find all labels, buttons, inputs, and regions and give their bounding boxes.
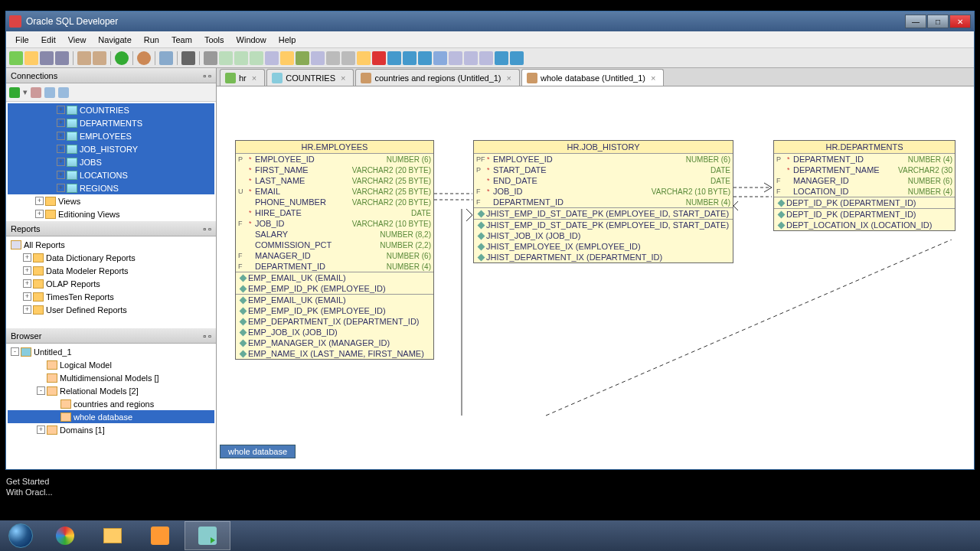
diagram-canvas[interactable]: HR.EMPLOYEESP*EMPLOYEE_IDNUMBER (6)*FIRS… [217, 86, 974, 469]
menu-file[interactable]: File [9, 34, 35, 46]
menu-tools[interactable]: Tools [198, 34, 230, 46]
connections-toolbar: ▾ [6, 83, 216, 102]
menu-help[interactable]: Help [273, 34, 302, 46]
debug-icon[interactable] [137, 51, 151, 65]
report-item[interactable]: +OLAP Reports [8, 277, 214, 290]
browser-root[interactable]: -Untitled_1 [8, 345, 214, 358]
menu-view[interactable]: View [62, 34, 93, 46]
report-item[interactable]: All Reports [8, 238, 214, 251]
toolbar [6, 48, 974, 68]
panel1-icon[interactable] [449, 51, 462, 65]
add-connection-icon[interactable] [9, 87, 20, 98]
tree-table-JOBS[interactable]: +JOBS [8, 155, 214, 168]
connections-header[interactable]: Connections▫ ▫ [6, 68, 216, 83]
sql-icon[interactable] [159, 51, 173, 65]
tree-table-REGIONS[interactable]: +REGIONS [8, 181, 214, 194]
view-icon[interactable] [250, 51, 263, 65]
close-icon[interactable]: × [341, 73, 345, 83]
reports-header[interactable]: Reports▫ ▫ [6, 221, 216, 236]
save-icon[interactable] [40, 51, 54, 65]
entity-employees[interactable]: HR.EMPLOYEESP*EMPLOYEE_IDNUMBER (6)*FIRS… [235, 140, 434, 360]
binoculars-icon[interactable] [181, 51, 195, 65]
fit-icon[interactable] [433, 51, 447, 65]
tab-COUNTRIES[interactable]: COUNTRIES× [266, 69, 354, 86]
undo-icon[interactable] [77, 51, 91, 65]
tree-table-EMPLOYEES[interactable]: +EMPLOYEES [8, 129, 214, 142]
delete-icon[interactable] [372, 51, 386, 65]
menu-navigate[interactable]: Navigate [92, 34, 137, 46]
tree-table-COUNTRIES[interactable]: +COUNTRIES [8, 103, 214, 116]
task-media[interactable] [137, 521, 183, 550]
new-icon[interactable] [9, 51, 23, 65]
tab-countries and regions (Untitled_1)[interactable]: countries and regions (Untitled_1)× [355, 69, 520, 86]
tree-table-LOCATIONS[interactable]: +LOCATIONS [8, 168, 214, 181]
zoom-in-icon[interactable] [418, 51, 432, 65]
zoom-out-icon[interactable] [403, 51, 416, 65]
back-arrow-icon[interactable] [495, 51, 508, 65]
arrow-icon[interactable] [296, 51, 309, 65]
menu-team[interactable]: Team [165, 34, 198, 46]
report-item[interactable]: +User Defined Reports [8, 303, 214, 316]
menubar: File Edit View Navigate Run Team Tools W… [6, 31, 974, 48]
browser-item[interactable]: +Domains [1] [8, 423, 214, 436]
redo-icon[interactable] [93, 51, 106, 65]
report-item[interactable]: +Data Modeler Reports [8, 264, 214, 277]
browser-header[interactable]: Browser▫ ▫ [6, 328, 216, 344]
filter-icon[interactable] [44, 87, 55, 98]
browser-item[interactable]: whole database [8, 410, 214, 423]
start-button[interactable] [0, 520, 41, 551]
browser-item[interactable]: countries and regions [8, 397, 214, 410]
rewind-icon[interactable] [387, 51, 401, 65]
entity-jobhistory[interactable]: HR.JOB_HISTORYPF*EMPLOYEE_IDNUMBER (6)P*… [473, 140, 733, 263]
save-all-icon[interactable] [55, 51, 69, 65]
panel3-icon[interactable] [479, 51, 493, 65]
forward-arrow-icon[interactable] [510, 51, 524, 65]
dup-icon[interactable] [31, 87, 41, 98]
browser-tree[interactable]: -Untitled_1Logical ModelMultidimensional… [6, 344, 216, 469]
menu-window[interactable]: Window [230, 34, 273, 46]
maximize-button[interactable]: □ [927, 15, 949, 28]
export-icon[interactable] [265, 51, 279, 65]
close-button[interactable]: ✕ [949, 15, 971, 28]
connections-tree[interactable]: +COUNTRIES+DEPARTMENTS+EMPLOYEES+JOB_HIS… [6, 102, 216, 221]
table-icon[interactable] [219, 51, 233, 65]
tree-folder-Views[interactable]: +Views [8, 194, 214, 207]
close-icon[interactable]: × [651, 73, 655, 83]
open-icon[interactable] [24, 51, 38, 65]
tree-table-DEPARTMENTS[interactable]: +DEPARTMENTS [8, 116, 214, 129]
app-window: Oracle SQL Developer — □ ✕ File Edit Vie… [5, 11, 975, 470]
menu-run[interactable]: Run [138, 34, 165, 46]
report-item[interactable]: +TimesTen Reports [8, 290, 214, 303]
task-sqldev[interactable] [185, 521, 230, 550]
task-chrome[interactable] [42, 521, 88, 550]
grid-icon[interactable] [234, 51, 248, 65]
browser-item[interactable]: Multidimensional Models [] [8, 371, 214, 384]
tree-folder-Editioning Views[interactable]: +Editioning Views [8, 207, 214, 220]
tool3-icon[interactable] [341, 51, 355, 65]
minimize-button[interactable]: — [905, 15, 926, 28]
tab-whole database (Untitled_1)[interactable]: whole database (Untitled_1)× [521, 69, 664, 86]
folder-icon[interactable] [357, 51, 371, 65]
browser-item[interactable]: Logical Model [8, 358, 214, 371]
diagram-tab[interactable]: whole database [220, 445, 296, 458]
titlebar[interactable]: Oracle SQL Developer — □ ✕ [6, 11, 974, 31]
taskbar[interactable] [0, 520, 980, 551]
tab-hr[interactable]: hr× [220, 69, 265, 86]
refresh-conn-icon[interactable] [58, 87, 69, 98]
tree-table-JOB_HISTORY[interactable]: +JOB_HISTORY [8, 142, 214, 155]
task-explorer[interactable] [90, 521, 136, 550]
report-item[interactable]: +Data Dictionary Reports [8, 251, 214, 264]
close-icon[interactable]: × [507, 73, 511, 83]
close-icon[interactable]: × [252, 73, 256, 83]
commit-icon[interactable] [280, 51, 294, 65]
browser-item[interactable]: -Relational Models [2] [8, 384, 214, 397]
reports-tree[interactable]: All Reports+Data Dictionary Reports+Data… [6, 236, 216, 328]
panel2-icon[interactable] [464, 51, 478, 65]
tool2-icon[interactable] [326, 51, 340, 65]
tool1-icon[interactable] [311, 51, 325, 65]
run-icon[interactable] [115, 51, 129, 65]
menu-edit[interactable]: Edit [35, 34, 62, 46]
app-icon [9, 15, 21, 28]
entity-departments[interactable]: HR.DEPARTMENTSP*DEPARTMENT_IDNUMBER (4)*… [773, 140, 956, 231]
cursor-icon[interactable] [204, 51, 217, 65]
